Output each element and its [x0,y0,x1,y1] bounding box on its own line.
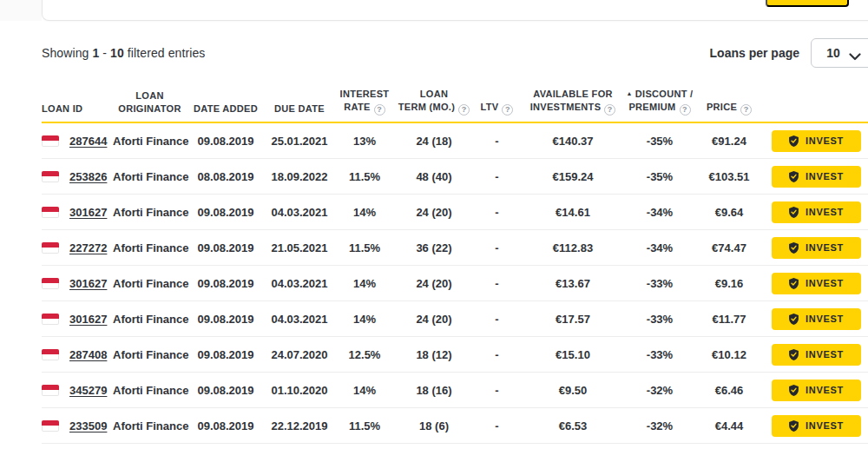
loan-term-cell: 24 (20) [395,206,473,219]
invest-cell: INVEST [764,201,868,223]
price-cell: €11.77 [694,313,764,326]
sort-ascending-icon[interactable]: ▲ [627,90,633,96]
loan-id-link[interactable]: 301627 [69,277,107,290]
poland-flag-icon [42,314,59,325]
column-header-price[interactable]: PRICE? [694,101,764,116]
available-for-investments-cell: €13.67 [521,277,625,290]
table-header-row: LOAN IDLOANORIGINATORDATE ADDEDDUE DATEI… [42,82,868,123]
invest-button[interactable]: INVEST [772,380,861,401]
ltv-cell: - [473,170,521,183]
due-date-cell: 22.12.2019 [265,419,334,432]
column-header-interest[interactable]: INTERESTRATE? [334,88,395,116]
loans-per-page-control: Loans per page 10 [710,38,868,68]
cut-off-yellow-button[interactable] [766,0,849,7]
loan-id-link[interactable]: 287408 [69,348,107,361]
invest-button-label: INVEST [806,349,844,360]
price-cell: €10.12 [694,348,764,361]
loan-id-link[interactable]: 287644 [69,135,107,148]
due-date-cell: 18.09.2022 [265,170,334,183]
poland-flag-icon [42,420,59,432]
price-cell: €9.64 [694,206,764,219]
table-row: 287408 Aforti Finance 09.08.2019 24.07.2… [42,337,868,373]
discount-premium-cell: -35% [625,135,694,148]
due-date-cell: 04.03.2021 [265,277,334,290]
table-controls-bar: Showing 1 - 10 filtered entries Loans pe… [42,38,868,68]
shield-check-icon [788,277,799,290]
loan-originator-cell: Aforti Finance [113,241,187,254]
ltv-cell: - [473,348,521,361]
invest-button-label: INVEST [806,420,844,431]
table-row: 345279 Aforti Finance 09.08.2019 01.10.2… [42,373,868,408]
date-added-cell: 09.08.2019 [187,241,265,254]
loan-term-cell: 36 (22) [395,241,473,254]
showing-to: 10 [110,46,124,60]
shield-check-icon [788,348,799,361]
invest-button[interactable]: INVEST [772,308,861,330]
loan-id-link[interactable]: 253826 [69,170,107,183]
column-header-loan-term[interactable]: LOANTERM (MO.)? [395,88,473,116]
help-icon[interactable]: ? [502,104,513,116]
help-icon[interactable]: ? [740,104,752,116]
ltv-cell: - [473,135,521,148]
due-date-cell: 01.10.2020 [265,384,334,397]
ltv-cell: - [473,313,521,326]
invest-button[interactable]: INVEST [772,344,861,366]
invest-button[interactable]: INVEST [772,415,861,437]
shield-check-icon [788,313,799,326]
date-added-cell: 09.08.2019 [187,277,265,290]
invest-button[interactable]: INVEST [772,273,861,294]
loan-id-link[interactable]: 227272 [69,241,107,254]
invest-button[interactable]: INVEST [772,130,861,152]
available-for-investments-cell: €9.50 [521,384,625,397]
per-page-select[interactable]: 10 [811,38,868,68]
loan-id-link[interactable]: 301627 [69,313,107,326]
loan-id-link[interactable]: 345279 [69,384,107,397]
filters-card-bottom-edge [42,0,868,21]
table-row: 253826 Aforti Finance 08.08.2019 18.09.2… [42,159,868,195]
invest-button[interactable]: INVEST [772,166,861,188]
per-page-value: 10 [826,46,840,60]
due-date-cell: 25.01.2021 [265,135,334,148]
shield-check-icon [788,135,799,148]
loan-term-cell: 18 (12) [395,348,473,361]
available-for-investments-cell: €15.10 [521,348,625,361]
help-icon[interactable]: ? [604,104,615,116]
date-added-cell: 09.08.2019 [187,313,265,326]
date-added-cell: 09.08.2019 [187,419,265,432]
invest-button[interactable]: INVEST [772,201,861,223]
column-header-discount[interactable]: ▲DISCOUNT /PREMIUM? [625,87,694,116]
loans-table: LOAN IDLOANORIGINATORDATE ADDEDDUE DATEI… [42,82,868,444]
price-cell: €103.51 [694,170,764,183]
column-header-originator: LOANORIGINATOR [113,89,187,116]
help-icon[interactable]: ? [680,104,691,116]
due-date-cell: 21.05.2021 [265,241,334,254]
loan-originator-cell: Aforti Finance [113,277,187,290]
invest-button-label: INVEST [806,207,844,217]
column-header-ltv[interactable]: LTV? [473,101,521,116]
discount-premium-cell: -33% [625,348,694,361]
interest-rate-cell: 12.5% [334,348,395,361]
invest-cell: INVEST [764,415,868,437]
loan-originator-cell: Aforti Finance [113,170,187,183]
table-row: 301627 Aforti Finance 09.08.2019 04.03.2… [42,266,868,301]
table-row: 301627 Aforti Finance 09.08.2019 04.03.2… [42,195,868,230]
loan-id-link[interactable]: 301627 [69,206,107,219]
help-icon[interactable]: ? [458,104,470,116]
loan-id-cell: 345279 [42,384,113,397]
help-icon[interactable]: ? [374,104,385,116]
loan-id-link[interactable]: 233509 [69,419,107,432]
shield-check-icon [788,384,799,397]
ltv-cell: - [473,206,521,219]
available-for-investments-cell: €140.37 [521,135,625,148]
invest-cell: INVEST [764,237,868,259]
invest-button[interactable]: INVEST [772,237,861,259]
invest-button-label: INVEST [806,171,844,182]
loan-originator-cell: Aforti Finance [113,313,187,326]
loan-originator-cell: Aforti Finance [113,348,187,361]
date-added-cell: 09.08.2019 [187,206,265,219]
column-header-available[interactable]: AVAILABLE FORINVESTMENTS? [521,88,625,116]
discount-premium-cell: -32% [625,419,694,432]
interest-rate-cell: 14% [334,313,395,326]
loan-id-cell: 227272 [42,241,113,254]
shield-check-icon [788,170,799,183]
